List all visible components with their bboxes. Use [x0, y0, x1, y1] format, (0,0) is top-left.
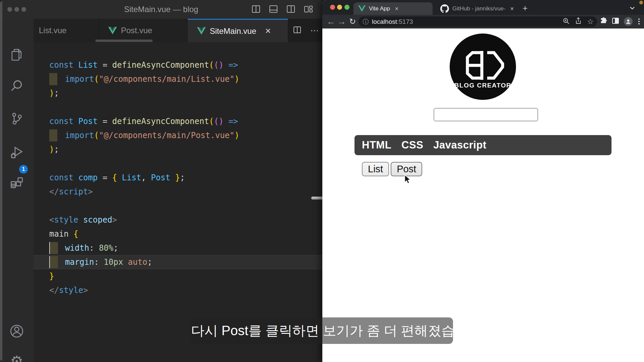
- nav-item-javascript: Javascript: [433, 139, 486, 151]
- extensions-icon[interactable]: [0, 176, 34, 191]
- extensions-puzzle-icon[interactable]: [600, 17, 607, 26]
- vue-file-icon: [197, 27, 206, 35]
- page-text-input[interactable]: [434, 108, 538, 121]
- code-line: const comp = { List, Post };: [34, 171, 322, 185]
- tab-label: Post.vue: [121, 26, 152, 35]
- code-line: main {: [34, 227, 322, 241]
- desktop-edge: [0, 1, 2, 361]
- screen: SiteMain.vue — blog 1 ⚙ List.vuePost.vu: [0, 0, 644, 362]
- nav-item-html: HTML: [362, 139, 391, 151]
- mouse-cursor: [403, 174, 412, 186]
- split-columns-icon[interactable]: [251, 4, 261, 14]
- page-button-row: ListPost: [362, 162, 422, 176]
- panel-bottom-icon[interactable]: [269, 4, 278, 14]
- blog-creator-logo: BLOG CREATOR: [450, 34, 516, 100]
- chrome-tab-strip: Vite App✕GitHub - janniks/vue-notion: A✕…: [322, 0, 644, 15]
- code-line: [34, 100, 322, 114]
- browser-tab-1[interactable]: Vite App✕: [353, 2, 433, 15]
- code-line: margin: 10px auto;: [34, 255, 322, 269]
- window-resize-handle[interactable]: [311, 196, 323, 200]
- split-right-icon[interactable]: [286, 4, 296, 14]
- url-host: localhost: [372, 18, 397, 25]
- editor-layout-icon[interactable]: [304, 4, 313, 14]
- tab-label: GitHub - janniks/vue-notion: A: [452, 5, 505, 12]
- code-line: </script>: [34, 185, 322, 199]
- code-line: const List = defineAsyncComponent(() =>: [34, 58, 322, 72]
- recording-indicator-dot: [639, 1, 643, 4]
- menu-dots-icon[interactable]: [637, 18, 641, 24]
- editor-tab-list-vue[interactable]: List.vue: [34, 19, 99, 42]
- url-port: :5173: [397, 18, 413, 25]
- code-line: import("@/components/main/List.vue"): [34, 72, 322, 86]
- editor-group: List.vuePost.vueSiteMain.vue✕⋯ const Lis…: [34, 19, 322, 362]
- close-traffic-light[interactable]: [330, 5, 335, 10]
- web-page: BLOG CREATOR HTMLCSSJavascript ListPost: [322, 28, 644, 362]
- chrome-window: Vite App✕GitHub - janniks/vue-notion: A✕…: [322, 0, 644, 362]
- close-icon[interactable]: ✕: [265, 27, 271, 36]
- tab-search-chevron-icon[interactable]: [629, 5, 635, 11]
- code-line: const Post = defineAsyncComponent(() =>: [34, 114, 322, 128]
- forward-button[interactable]: →: [336, 16, 347, 27]
- code-line: );: [34, 86, 322, 100]
- reload-button[interactable]: ↻: [347, 16, 358, 27]
- code-line: }: [34, 269, 322, 283]
- tab-label: List.vue: [39, 26, 67, 35]
- account-icon[interactable]: [0, 323, 34, 339]
- bookmark-star-icon[interactable]: ☆: [587, 18, 594, 25]
- code-line: width: 80%;: [34, 241, 322, 255]
- vue-favicon: [358, 5, 366, 12]
- editor-tab-post-vue[interactable]: Post.vue: [99, 19, 188, 42]
- more-actions-icon[interactable]: ⋯: [310, 25, 319, 36]
- address-bar[interactable]: ⓘ localhost:5173 ☆: [359, 16, 597, 27]
- browser-tab-2[interactable]: GitHub - janniks/vue-notion: A✕: [436, 2, 514, 15]
- explorer-icon[interactable]: [0, 48, 34, 62]
- code-line: <style scoped>: [34, 213, 322, 227]
- settings-gear-icon[interactable]: ⚙: [0, 354, 34, 362]
- minimize-traffic-light[interactable]: [337, 5, 342, 10]
- nav-item-css: CSS: [401, 139, 423, 151]
- extensions-badge: 1: [19, 165, 28, 174]
- source-control-icon[interactable]: [0, 111, 34, 126]
- tab-label: Vite App: [369, 5, 390, 12]
- tab-bar-scrollbar[interactable]: [95, 40, 152, 42]
- side-panel-icon[interactable]: [611, 17, 620, 26]
- vscode-body: 1 ⚙ List.vuePost.vueSiteMain.vue✕⋯ const…: [0, 19, 322, 362]
- vscode-window: SiteMain.vue — blog 1 ⚙ List.vuePost.vu: [0, 0, 322, 362]
- run-debug-icon[interactable]: [0, 145, 34, 160]
- close-icon[interactable]: ✕: [510, 6, 514, 11]
- zoom-icon[interactable]: [563, 17, 570, 26]
- activity-bar: 1 ⚙: [0, 19, 34, 362]
- editor-tab-sitemain-vue[interactable]: SiteMain.vue✕: [188, 19, 288, 42]
- page-nav-bar: HTMLCSSJavascript: [355, 135, 611, 155]
- vscode-titlebar: SiteMain.vue — blog: [0, 0, 322, 19]
- logo-caption: BLOG CREATOR: [450, 82, 516, 89]
- split-editor-icon[interactable]: [293, 25, 302, 36]
- vue-file-icon: [108, 27, 117, 34]
- new-tab-button[interactable]: +: [519, 3, 531, 14]
- tab-label: SiteMain.vue: [210, 26, 256, 36]
- code-editor[interactable]: const List = defineAsyncComponent(() =>i…: [34, 58, 322, 297]
- list-button[interactable]: List: [362, 162, 389, 176]
- code-line: );: [34, 142, 322, 157]
- editor-tab-bar: List.vuePost.vueSiteMain.vue✕⋯: [34, 19, 322, 42]
- search-icon[interactable]: [0, 78, 34, 93]
- code-line: </style>: [34, 283, 322, 297]
- code-line: import("@/components/main/Post.vue"): [34, 128, 322, 142]
- share-icon[interactable]: [575, 17, 582, 26]
- code-line: [34, 157, 322, 171]
- code-line: [34, 199, 322, 213]
- zoom-traffic-light[interactable]: [344, 5, 349, 10]
- back-button[interactable]: ←: [326, 16, 336, 27]
- profile-avatar-icon[interactable]: [624, 17, 633, 26]
- site-info-icon[interactable]: ⓘ: [363, 18, 369, 26]
- video-subtitle: 다시 Post를 클릭하면 보기가 좀 더 편해졌습니다: [191, 317, 453, 344]
- close-icon[interactable]: ✕: [395, 6, 399, 11]
- chrome-toolbar: ← → ↻ ⓘ localhost:5173 ☆: [322, 15, 644, 28]
- github-favicon: [440, 4, 449, 13]
